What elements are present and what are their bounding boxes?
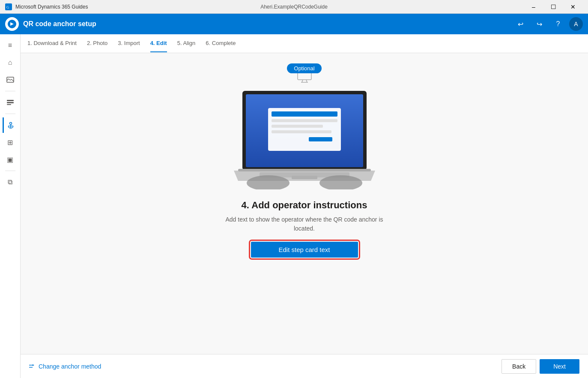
image-container: Optional — [225, 70, 384, 189]
svg-rect-19 — [272, 125, 323, 128]
svg-rect-5 — [7, 102, 14, 103]
window-controls: – ☐ ✕ — [524, 0, 583, 14]
sidebar-list-button[interactable] — [3, 95, 18, 110]
svg-line-12 — [306, 80, 307, 82]
svg-rect-4 — [7, 100, 14, 101]
list-icon — [6, 99, 14, 106]
change-anchor-method-button[interactable]: Change anchor method — [29, 363, 101, 370]
sidebar-home-button[interactable]: ⌂ — [3, 55, 18, 70]
title-bar-left: G Microsoft Dynamics 365 Guides — [5, 3, 88, 10]
logo-svg — [6, 18, 18, 30]
edit-btn-container: Edit step card text — [251, 242, 358, 258]
sidebar: ≡ ⌂ ⊞ ▣ ⧉ — [0, 34, 21, 378]
app-logo — [5, 17, 19, 31]
tab-complete[interactable]: 6. Complete — [206, 35, 236, 52]
help-button[interactable]: ? — [550, 16, 566, 32]
sidebar-image-button[interactable] — [3, 72, 18, 87]
app-header-left: QR code anchor setup — [5, 17, 96, 31]
sidebar-menu-button[interactable]: ≡ — [3, 38, 18, 53]
step-title: 4. Add operator instructions — [219, 200, 390, 211]
svg-rect-26 — [238, 169, 371, 171]
svg-text:G: G — [6, 5, 9, 9]
sidebar-grid-button[interactable]: ⊞ — [3, 135, 18, 150]
app-title: QR code anchor setup — [23, 20, 96, 28]
sidebar-divider-2 — [5, 114, 15, 114]
step-description: 4. Add operator instructions Add text to… — [219, 200, 390, 233]
svg-rect-6 — [7, 104, 11, 105]
tab-photo[interactable]: 2. Photo — [87, 35, 107, 52]
svg-rect-23 — [292, 176, 317, 179]
sidebar-divider-3 — [5, 171, 15, 171]
doc-title: Aheri.ExampleQRCodeGuide — [260, 4, 328, 10]
back-button[interactable]: Back — [501, 359, 536, 374]
step-tabs: 1. Download & Print 2. Photo 3. Import 4… — [21, 34, 588, 53]
svg-rect-18 — [272, 119, 337, 122]
undo-button[interactable]: ↩ — [513, 16, 528, 32]
title-bar: G Microsoft Dynamics 365 Guides Aheri.Ex… — [0, 0, 588, 14]
sidebar-divider-1 — [5, 91, 15, 91]
tab-edit[interactable]: 4. Edit — [150, 35, 167, 52]
app-header: QR code anchor setup ↩ ↪ ? A — [0, 14, 588, 34]
tab-align[interactable]: 5. Align — [177, 35, 196, 52]
svg-point-7 — [10, 123, 12, 125]
minimize-button[interactable]: – — [524, 0, 543, 14]
content-area: 1. Download & Print 2. Photo 3. Import 4… — [21, 34, 588, 378]
svg-rect-20 — [272, 130, 331, 133]
image-icon — [6, 76, 14, 84]
svg-line-11 — [302, 80, 303, 82]
svg-rect-21 — [309, 137, 332, 141]
app-icon: G — [5, 3, 12, 10]
tab-download-print[interactable]: 1. Download & Print — [27, 35, 77, 52]
user-avatar-button[interactable]: A — [569, 17, 583, 31]
redo-button[interactable]: ↪ — [531, 16, 547, 32]
restore-button[interactable]: ☐ — [543, 0, 563, 14]
main-content: Optional — [21, 53, 588, 354]
edit-step-card-button[interactable]: Edit step card text — [251, 242, 358, 258]
step-text: Add text to show the operator where the … — [219, 215, 390, 233]
close-button[interactable]: ✕ — [563, 0, 583, 14]
sidebar-anchor-button[interactable] — [3, 117, 18, 133]
tab-import[interactable]: 3. Import — [118, 35, 140, 52]
app-name: Microsoft Dynamics 365 Guides — [15, 4, 88, 10]
svg-rect-17 — [272, 111, 337, 117]
anchor-method-icon — [29, 363, 36, 369]
footer-nav-buttons: Back Next — [501, 359, 579, 374]
anchor-icon — [7, 121, 15, 129]
next-button[interactable]: Next — [540, 359, 579, 374]
footer: Change anchor method Back Next — [21, 354, 588, 378]
app-header-right: ↩ ↪ ? A — [513, 16, 583, 32]
sidebar-media-button[interactable]: ▣ — [3, 152, 18, 167]
main-layout: ≡ ⌂ ⊞ ▣ ⧉ — [0, 34, 588, 378]
optional-badge: Optional — [287, 63, 321, 73]
sidebar-copy-button[interactable]: ⧉ — [3, 174, 18, 190]
laptop-illustration — [225, 87, 384, 189]
